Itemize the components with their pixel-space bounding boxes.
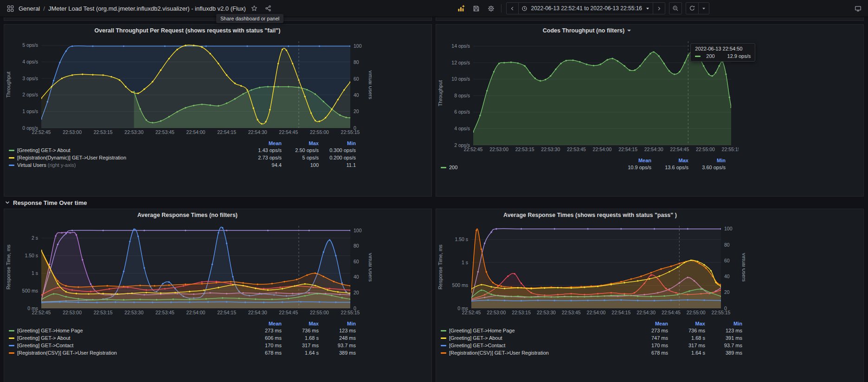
legend-stat-value: 93.7 ms bbox=[705, 343, 742, 348]
add-panel-icon[interactable] bbox=[456, 3, 467, 14]
legend-column-header: Min bbox=[319, 140, 356, 146]
legend-row[interactable]: 20010.9 ops/s13.6 ops/s3.60 ops/s bbox=[441, 164, 726, 171]
share-icon[interactable] bbox=[263, 3, 274, 14]
svg-text:100: 100 bbox=[724, 226, 733, 231]
chart-svg[interactable]: 22:52:4522:53:0022:53:1522:53:3022:53:45… bbox=[5, 221, 372, 317]
legend-series-label[interactable]: [Greeting] GET->Home Page bbox=[17, 328, 244, 333]
legend-series-label[interactable]: Virtual Users (right y-axis) bbox=[17, 162, 244, 168]
legend-row[interactable]: Virtual Users (right y-axis)94.410011.1 bbox=[9, 161, 356, 169]
svg-text:10 ops/s: 10 ops/s bbox=[451, 76, 470, 82]
legend-stat-value: 94.4 bbox=[244, 162, 282, 168]
star-icon[interactable] bbox=[249, 3, 260, 14]
legend-row[interactable]: [Greeting] GET-> About606 ms1.68 s248 ms bbox=[9, 334, 356, 342]
panel-title[interactable]: Codes Throughput (no filters) bbox=[436, 25, 738, 37]
legend-series-label[interactable]: [Greeting] GET-> About bbox=[17, 335, 244, 341]
legend-row[interactable]: [Registration(CSV)] GET->User Registrati… bbox=[9, 349, 356, 357]
breadcrumb-folder[interactable]: General bbox=[19, 5, 40, 12]
panel-title[interactable]: Average Response Times (shows requests w… bbox=[436, 209, 744, 221]
legend-column-header: Min bbox=[705, 321, 742, 326]
kiosk-tv-icon[interactable] bbox=[852, 3, 863, 14]
time-range-picker[interactable]: 2022-06-13 22:52:41 to 2022-06-13 22:55:… bbox=[518, 3, 653, 14]
chart-svg[interactable]: 22:52:4522:53:0022:53:1522:53:3022:53:45… bbox=[437, 221, 745, 317]
series-color-marker[interactable] bbox=[9, 165, 14, 166]
panel-title[interactable]: Overall Throughput Per Request (shows re… bbox=[4, 25, 371, 37]
svg-text:1.50 s: 1.50 s bbox=[455, 236, 468, 242]
legend-series-label[interactable]: [Registration(CSV)] GET->User Registrati… bbox=[449, 350, 631, 356]
series-color-marker[interactable] bbox=[441, 337, 446, 339]
legend-series-label[interactable]: [Registration(CSV)] GET->User Registrati… bbox=[17, 350, 244, 356]
legend-row[interactable]: [Greeting] GET->Home Page273 ms736 ms123… bbox=[9, 327, 356, 334]
legend-series-label[interactable]: 200 bbox=[449, 165, 614, 170]
legend-row[interactable]: [Registration(Dynamic)] GET->User Regist… bbox=[9, 154, 356, 161]
legend-series-label[interactable]: [Registration(Dynamic)] GET->User Regist… bbox=[17, 155, 244, 160]
legend-row[interactable]: [Greeting] GET-> About747 ms1.68 s391 ms bbox=[441, 334, 742, 342]
legend-stat-value: 317 ms bbox=[668, 343, 705, 348]
legend-row[interactable]: [Greeting] GET->Contact170 ms317 ms93.7 … bbox=[441, 342, 742, 349]
svg-text:22:53:45: 22:53:45 bbox=[155, 129, 174, 135]
legend-row[interactable]: [Greeting] GET->Contact170 ms317 ms93.7 … bbox=[9, 342, 356, 349]
overall-throughput-chart[interactable]: 22:52:4522:53:0022:53:1522:53:3022:53:45… bbox=[5, 37, 431, 138]
series-color-marker[interactable] bbox=[9, 150, 14, 151]
refresh-interval-caret-down-icon[interactable] bbox=[698, 3, 709, 14]
legend-stat-value: 0.300 ops/s bbox=[319, 147, 356, 153]
row-header-response-time-over-time[interactable]: Response Time Over time bbox=[5, 197, 864, 208]
legend-series-label[interactable]: [Greeting] GET->Home Page bbox=[449, 328, 631, 333]
row-header-label: Response Time Over time bbox=[13, 199, 87, 206]
svg-text:40: 40 bbox=[354, 274, 359, 280]
save-dashboard-icon[interactable] bbox=[470, 3, 482, 14]
svg-text:2 ops/s: 2 ops/s bbox=[454, 142, 470, 148]
avg-response-times-chart[interactable]: 22:52:4522:53:0022:53:1522:53:3022:53:45… bbox=[5, 221, 431, 318]
legend-row[interactable]: [Registration(CSV)] GET->User Registrati… bbox=[441, 349, 742, 357]
series-color-marker[interactable] bbox=[441, 352, 446, 354]
svg-text:22:53:00: 22:53:00 bbox=[63, 310, 82, 315]
legend-series-label[interactable]: [Greeting] GET-> About bbox=[449, 335, 631, 341]
svg-text:22:54:00: 22:54:00 bbox=[186, 310, 206, 315]
breadcrumb: General / JMeter Load Test (org.md.jmete… bbox=[19, 5, 246, 12]
breadcrumb-dashboard-title[interactable]: JMeter Load Test (org.md.jmeter.influxdb… bbox=[48, 5, 246, 12]
series-color-marker[interactable] bbox=[441, 167, 446, 168]
time-shift-back-chevron-left-icon[interactable] bbox=[507, 3, 518, 14]
zoom-out-icon[interactable] bbox=[669, 2, 682, 14]
svg-text:500 ms: 500 ms bbox=[452, 282, 468, 288]
time-shift-forward-chevron-right-icon[interactable] bbox=[653, 3, 665, 14]
chart-svg[interactable]: 22:52:4522:53:0022:53:1522:53:3022:53:45… bbox=[5, 37, 372, 136]
legend-stat-value: 747 ms bbox=[631, 335, 668, 341]
series-color-marker[interactable] bbox=[441, 345, 446, 346]
legend-stat-value: 0.200 ops/s bbox=[319, 155, 356, 160]
legend-stat-value: 13.6 ops/s bbox=[651, 165, 688, 170]
avg-response-times-pass-chart[interactable]: 22:52:4522:53:0022:53:1522:53:3022:53:45… bbox=[437, 221, 863, 318]
svg-text:22:53:45: 22:53:45 bbox=[567, 146, 586, 152]
series-color-marker[interactable] bbox=[9, 337, 14, 339]
legend-column-header: Max bbox=[282, 321, 319, 326]
divider bbox=[501, 4, 502, 13]
legend-series-label[interactable]: [Greeting] GET->Contact bbox=[449, 343, 631, 348]
legend-stat-value: 123 ms bbox=[705, 328, 742, 333]
svg-text:0: 0 bbox=[354, 306, 356, 311]
legend-column-header: Mean bbox=[614, 158, 651, 163]
series-color-marker[interactable] bbox=[441, 330, 446, 331]
codes-throughput-chart[interactable]: 22:52:4522:53:0022:53:1522:53:3022:53:45… bbox=[437, 37, 863, 155]
series-color-marker[interactable] bbox=[9, 157, 14, 159]
svg-text:2 s: 2 s bbox=[32, 235, 38, 241]
svg-text:4 ops/s: 4 ops/s bbox=[454, 126, 470, 131]
svg-text:22:54:30: 22:54:30 bbox=[637, 310, 656, 315]
legend-series-label[interactable]: [Greeting] GET-> About bbox=[17, 147, 244, 153]
legend-row[interactable]: [Greeting] GET->Home Page273 ms736 ms123… bbox=[441, 327, 742, 334]
svg-text:2 ops/s: 2 ops/s bbox=[22, 92, 38, 97]
apps-grid-icon[interactable] bbox=[5, 3, 16, 14]
legend-series-label[interactable]: [Greeting] GET->Contact bbox=[17, 343, 244, 348]
legend-stat-value: 389 ms bbox=[319, 350, 356, 356]
svg-text:3 ops/s: 3 ops/s bbox=[22, 76, 38, 81]
series-color-marker[interactable] bbox=[9, 330, 14, 331]
breadcrumb-separator: / bbox=[43, 5, 45, 12]
panel-menu-caret-icon[interactable] bbox=[627, 30, 631, 32]
series-color-marker[interactable] bbox=[9, 345, 14, 346]
panel-title[interactable]: Average Response Times (no filters) bbox=[4, 209, 371, 221]
svg-text:22:53:15: 22:53:15 bbox=[94, 129, 113, 135]
series-color-marker[interactable] bbox=[9, 352, 14, 354]
dashboard-settings-gear-icon[interactable] bbox=[485, 3, 496, 14]
panel-overall-throughput: Overall Throughput Per Request (shows re… bbox=[4, 24, 432, 197]
legend-row[interactable]: [Greeting] GET-> About1.43 ops/s2.50 ops… bbox=[9, 146, 356, 154]
refresh-icon[interactable] bbox=[686, 3, 698, 14]
share-tooltip: Share dashboard or panel bbox=[216, 14, 283, 23]
